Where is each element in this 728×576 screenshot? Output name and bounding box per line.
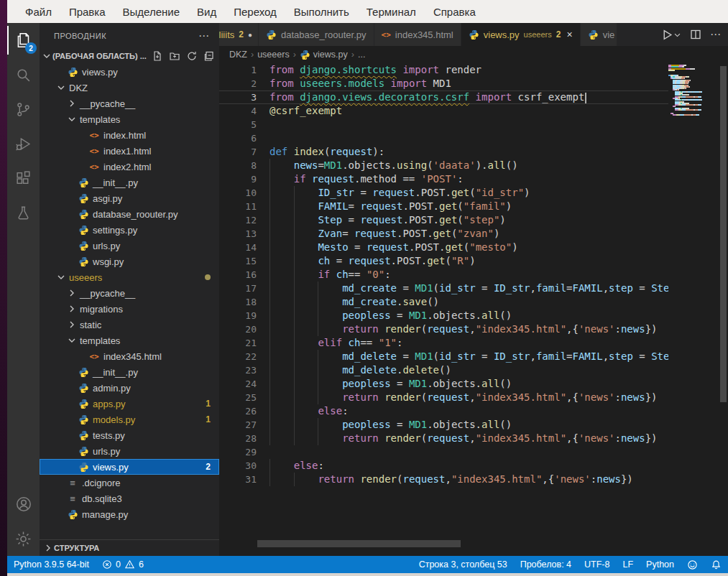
code-line-26[interactable]: 26else: [219, 404, 668, 418]
tree-item-migrations[interactable]: migrations [40, 301, 219, 317]
menu-item-выделение[interactable]: Выделение [115, 3, 188, 21]
line-number[interactable]: 26 [219, 404, 257, 418]
line-number[interactable]: 6 [219, 131, 257, 145]
line-number[interactable]: 5 [219, 118, 257, 131]
problems-status[interactable]: 0 6 [96, 556, 150, 573]
tree-item-index.html[interactable]: <>index.html [40, 127, 219, 143]
line-number[interactable]: 23 [219, 363, 257, 377]
tree-item-index1.html[interactable]: <>index1.html [40, 143, 219, 159]
tree-item-tests.py[interactable]: tests.py [40, 427, 219, 443]
collapse-all-icon[interactable] [203, 50, 215, 62]
code-line-27[interactable]: 27peopless = MD1.objects.all() [219, 418, 668, 432]
code-line-1[interactable]: 1from django.shortcuts import render [219, 63, 668, 77]
tree-item-DKZ[interactable]: DKZ [40, 80, 219, 96]
workspace-section-header[interactable]: (РАБОЧАЯ ОБЛАСТЬ) ... [40, 48, 219, 64]
menu-item-выполнить[interactable]: Выполнить [286, 3, 357, 21]
tree-item-index2.html[interactable]: <>index2.html [40, 159, 219, 175]
code-line-5[interactable]: 5 [219, 118, 668, 131]
code-line-30[interactable]: 30else: [219, 459, 668, 473]
code-line-12[interactable]: 12Step = request.POST.get("step") [219, 213, 668, 227]
tree-item-static[interactable]: static [40, 317, 219, 333]
code-content[interactable]: 1from django.shortcuts import render2fro… [219, 63, 668, 486]
tree-item-database_roouter.py[interactable]: database_roouter.py [40, 206, 219, 222]
breadcrumb-item-useeers[interactable]: useeers [257, 50, 289, 60]
line-number[interactable]: 12 [219, 213, 257, 227]
menu-item-терминал[interactable]: Терминал [359, 3, 424, 21]
menu-item-правка[interactable]: Правка [61, 3, 114, 21]
code-line-31[interactable]: 31return render(request,"index345.html",… [219, 473, 668, 486]
line-number[interactable]: 14 [219, 241, 257, 254]
tab-database_roouter.py[interactable]: database_roouter.py [259, 23, 374, 46]
tree-item-templates[interactable]: templates [40, 111, 219, 127]
code-line-13[interactable]: 13Zvan= request.POST.get("zvan") [219, 227, 668, 241]
vertical-scrollbar-thumb[interactable] [720, 66, 727, 402]
line-number[interactable]: 27 [219, 418, 257, 432]
tree-item-views.py[interactable]: views.py2 [40, 459, 219, 475]
tree-item-.dcignore[interactable]: ≡.dcignore [40, 475, 219, 491]
tree-item-wsgi.py[interactable]: wsgi.py [40, 254, 219, 269]
code-line-11[interactable]: 11FAMIL= request.POST.get("famil") [219, 200, 668, 213]
notifications-bell-button[interactable] [704, 556, 728, 573]
menu-item-вид[interactable]: Вид [189, 3, 224, 21]
line-number[interactable]: 30 [219, 459, 257, 473]
line-number[interactable]: 11 [219, 200, 257, 213]
line-number[interactable]: 20 [219, 322, 257, 336]
activity-explorer-button[interactable]: 2 [7, 23, 40, 57]
code-line-14[interactable]: 14Mesto = request.POST.get("mesto") [219, 241, 668, 254]
code-line-2[interactable]: 2from useeers.models import MD1 [219, 77, 668, 90]
tab-liiits[interactable]: liiits2● [219, 23, 259, 46]
tree-item-asgi.py[interactable]: asgi.py [40, 190, 219, 206]
line-number[interactable]: 4 [219, 104, 257, 118]
code-editor[interactable]: 1from django.shortcuts import render2fro… [219, 63, 728, 556]
code-line-3[interactable]: 3from django.views.decorators.csrf impor… [219, 90, 668, 104]
activity-testing-button[interactable] [7, 195, 40, 230]
tab-views.py[interactable]: views.pyuseeers2× [461, 23, 581, 46]
tree-item-useeers[interactable]: useeers [40, 269, 219, 285]
breadcrumb-item-...[interactable]: ... [358, 50, 365, 60]
new-file-icon[interactable] [152, 50, 163, 62]
tree-item-settings.py[interactable]: settings.py [40, 222, 219, 238]
code-line-19[interactable]: 19peopless = MD1.objects.all() [219, 309, 668, 322]
vertical-scrollbar[interactable] [719, 63, 728, 546]
more-actions-icon[interactable]: ⋯ [710, 28, 721, 41]
line-number[interactable]: 18 [219, 295, 257, 309]
cursor-position-status[interactable]: Строка 3, столбец 53 [413, 556, 514, 573]
line-number[interactable]: 31 [219, 473, 257, 486]
python-interpreter-status[interactable]: Python 3.9.5 64-bit [7, 556, 96, 573]
tree-item-models.py[interactable]: models.py1 [40, 412, 219, 427]
feedback-button[interactable] [681, 556, 704, 573]
explorer-more-actions-icon[interactable]: ⋯ [198, 29, 209, 42]
code-line-15[interactable]: 15ch = request.POST.get("R") [219, 254, 668, 268]
tree-item-__pycache__[interactable]: __pycache__ [40, 285, 219, 301]
line-number[interactable]: 1 [219, 63, 257, 77]
code-line-7[interactable]: 7def index(request): [219, 145, 668, 159]
activity-extensions-button[interactable] [7, 161, 40, 195]
tree-item-manage.py[interactable]: manage.py [40, 506, 219, 522]
menu-item-файл[interactable]: Файл [17, 3, 60, 21]
code-line-20[interactable]: 20return render(request,"index345.html",… [219, 322, 668, 336]
line-number[interactable]: 28 [219, 432, 257, 445]
horizontal-scrollbar[interactable] [219, 540, 668, 547]
breadcrumb-item-DKZ[interactable]: DKZ [229, 50, 247, 60]
tab-index345.html[interactable]: <>index345.html [374, 23, 461, 46]
code-line-17[interactable]: 17md_create = MD1(id_str = ID_str,famil=… [219, 282, 668, 295]
code-line-8[interactable]: 8news=MD1.objects.using('daata').all() [219, 159, 668, 172]
activity-accounts-button[interactable] [7, 487, 40, 521]
horizontal-scrollbar-thumb[interactable] [257, 540, 461, 547]
code-line-4[interactable]: 4@csrf_exempt [219, 104, 668, 118]
menu-item-справка[interactable]: Справка [425, 3, 484, 21]
tree-item-apps.py[interactable]: apps.py1 [40, 396, 219, 412]
line-number[interactable]: 25 [219, 391, 257, 404]
code-line-9[interactable]: 9if request.method == 'POST': [219, 172, 668, 186]
menu-item-переход[interactable]: Переход [226, 3, 285, 21]
tree-item-index345.html[interactable]: <>index345.html [40, 348, 219, 364]
run-python-file-button[interactable] [661, 29, 681, 41]
tree-item-__init__.py[interactable]: __init__.py [40, 175, 219, 190]
activity-source-control-button[interactable] [7, 92, 40, 126]
line-number[interactable]: 24 [219, 377, 257, 391]
line-number[interactable]: 15 [219, 254, 257, 268]
close-tab-icon[interactable]: × [566, 29, 572, 40]
line-number[interactable]: 21 [219, 336, 257, 350]
tree-item-__pycache__[interactable]: __pycache__ [40, 96, 219, 111]
activity-search-button[interactable] [7, 57, 40, 92]
